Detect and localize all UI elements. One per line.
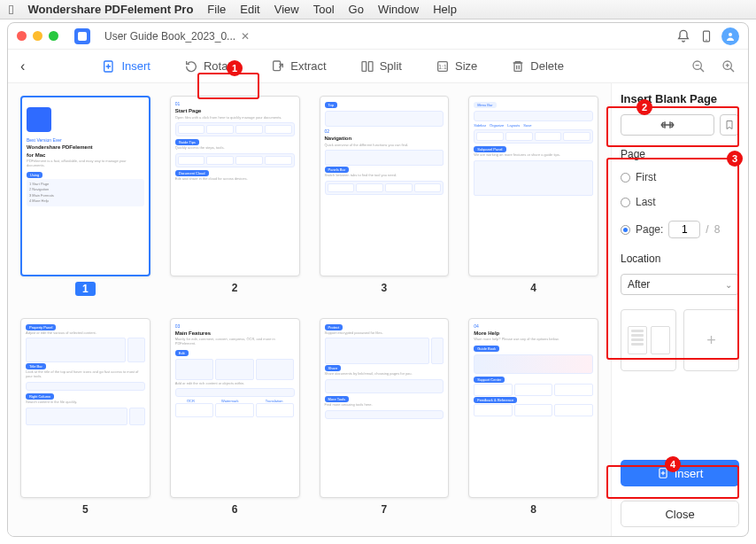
layout-choice: + bbox=[621, 309, 739, 371]
menu-view[interactable]: View bbox=[274, 3, 299, 16]
close-tab-icon[interactable]: ✕ bbox=[241, 30, 250, 43]
delete-label: Delete bbox=[530, 59, 564, 73]
layout-add-option[interactable]: + bbox=[683, 309, 739, 371]
user-avatar[interactable] bbox=[721, 27, 739, 45]
insert-button-label: Insert bbox=[675, 467, 704, 480]
size-label: Size bbox=[455, 59, 477, 73]
page-thumb-5[interactable]: Property Panel Adjust or edit the variou… bbox=[20, 318, 150, 525]
page-thumb-7[interactable]: Protect Support encrypted password for f… bbox=[320, 318, 450, 525]
tab-title: User Guide Book_2023_0... bbox=[104, 30, 235, 43]
app-name[interactable]: Wondershare PDFelement Pro bbox=[27, 3, 193, 16]
extract-label: Extract bbox=[290, 59, 326, 73]
insert-icon bbox=[102, 59, 116, 74]
blank-page-icon bbox=[660, 119, 675, 131]
zoom-in-icon[interactable] bbox=[721, 59, 736, 74]
insert-label: Insert bbox=[121, 59, 150, 73]
rotate-tool[interactable]: Rotate bbox=[177, 56, 244, 77]
layout-before-option[interactable] bbox=[621, 309, 676, 371]
minimize-window-button[interactable] bbox=[33, 31, 42, 41]
menu-edit[interactable]: Edit bbox=[240, 3, 259, 16]
svg-rect-9 bbox=[368, 61, 373, 71]
title-bar: User Guide Book_2023_0... ✕ bbox=[8, 23, 748, 50]
app-icon bbox=[74, 28, 90, 44]
zoom-controls bbox=[691, 59, 736, 74]
page-thumb-3[interactable]: Top 02 Navigation Quick overview of the … bbox=[320, 96, 450, 302]
menu-window[interactable]: Window bbox=[378, 3, 419, 16]
size-tool[interactable]: 1:1 Size bbox=[428, 56, 484, 77]
zoom-out-icon[interactable] bbox=[691, 59, 706, 74]
device-icon[interactable] bbox=[698, 28, 714, 44]
page-thumb-4[interactable]: Menu Bar Sidebar Organize Layouts Save S… bbox=[468, 96, 598, 302]
close-button[interactable]: Close bbox=[621, 501, 739, 527]
app-window: User Guide Book_2023_0... ✕ ‹ Insert Rot… bbox=[7, 22, 749, 537]
radio-last[interactable]: Last bbox=[621, 196, 739, 208]
location-section-label: Location bbox=[621, 253, 739, 265]
delete-icon bbox=[511, 59, 525, 74]
maximize-window-button[interactable] bbox=[49, 31, 58, 41]
page-total-separator: / bbox=[706, 223, 708, 236]
document-tab[interactable]: User Guide Book_2023_0... ✕ bbox=[97, 30, 257, 43]
svg-line-19 bbox=[730, 68, 734, 72]
svg-point-2 bbox=[729, 33, 732, 36]
page-number-input[interactable] bbox=[668, 221, 700, 238]
bookmark-button[interactable] bbox=[720, 114, 739, 136]
blank-page-button[interactable] bbox=[621, 114, 714, 136]
main-area: Best Version Ever Wondershare PDFelement… bbox=[8, 83, 748, 536]
insert-tool[interactable]: Insert bbox=[95, 56, 158, 77]
split-icon bbox=[360, 59, 374, 74]
page-section-label: Page bbox=[621, 148, 739, 160]
page-thumb-2[interactable]: 01 Start Page Open files with a click fr… bbox=[170, 96, 300, 302]
svg-rect-6 bbox=[274, 61, 281, 71]
apple-menu[interactable]:  bbox=[9, 2, 13, 17]
page-thumb-8[interactable]: 04 More Help Want more help? Please use … bbox=[468, 318, 598, 525]
menu-help[interactable]: Help bbox=[433, 3, 457, 16]
rotate-label: Rotate bbox=[204, 59, 237, 73]
page-thumb-6[interactable]: 03 Main Features Mainly for edit, commen… bbox=[170, 318, 300, 525]
close-window-button[interactable] bbox=[17, 31, 27, 41]
toolbar: ‹ Insert Rotate Extract Split 1:1 Size bbox=[8, 50, 748, 83]
chevron-down-icon: ⌄ bbox=[725, 280, 732, 290]
split-label: Split bbox=[380, 59, 402, 73]
page-number-6: 6 bbox=[232, 503, 238, 516]
radio-first[interactable]: First bbox=[621, 171, 739, 183]
location-value: After bbox=[628, 278, 650, 291]
svg-text:1:1: 1:1 bbox=[438, 63, 447, 69]
split-tool[interactable]: Split bbox=[353, 56, 409, 77]
page-number-1: 1 bbox=[75, 282, 96, 296]
extract-icon bbox=[271, 59, 285, 74]
close-button-label: Close bbox=[665, 508, 694, 521]
menu-go[interactable]: Go bbox=[349, 3, 364, 16]
panel-title: Insert Blank Page bbox=[621, 92, 739, 105]
thumbnail-grid: Best Version Ever Wondershare PDFelement… bbox=[8, 83, 611, 536]
menu-file[interactable]: File bbox=[207, 3, 226, 16]
insert-button-icon bbox=[657, 467, 669, 479]
svg-line-16 bbox=[700, 68, 704, 72]
page-total: 8 bbox=[714, 223, 721, 236]
location-select[interactable]: After ⌄ bbox=[621, 274, 739, 295]
page-number-7: 7 bbox=[382, 503, 388, 516]
page-number-3: 3 bbox=[382, 282, 388, 294]
bookmark-icon bbox=[724, 119, 735, 131]
page-number-2: 2 bbox=[232, 282, 238, 294]
page-thumb-1[interactable]: Best Version Ever Wondershare PDFelement… bbox=[20, 96, 150, 302]
plus-icon: + bbox=[706, 331, 716, 350]
page-number-4: 4 bbox=[530, 282, 536, 294]
delete-tool[interactable]: Delete bbox=[504, 56, 571, 77]
right-panel: Insert Blank Page Page First Last Page: … bbox=[611, 83, 748, 536]
page-number-8: 8 bbox=[530, 503, 536, 516]
radio-page[interactable]: Page: / 8 bbox=[621, 221, 739, 238]
insert-button[interactable]: Insert bbox=[621, 460, 739, 486]
menu-bar:  Wondershare PDFelement Pro File Edit V… bbox=[0, 0, 756, 19]
traffic-lights bbox=[17, 31, 58, 41]
extract-tool[interactable]: Extract bbox=[264, 56, 333, 77]
menu-tool[interactable]: Tool bbox=[313, 3, 335, 16]
svg-rect-8 bbox=[362, 61, 366, 71]
back-button[interactable]: ‹ bbox=[20, 58, 25, 74]
notification-icon[interactable] bbox=[675, 28, 691, 44]
page-number-5: 5 bbox=[82, 503, 89, 516]
tool-group: Insert Rotate Extract Split 1:1 Size Del… bbox=[95, 56, 570, 77]
rotate-icon bbox=[184, 59, 198, 74]
size-icon: 1:1 bbox=[436, 59, 450, 74]
svg-rect-12 bbox=[514, 63, 521, 71]
